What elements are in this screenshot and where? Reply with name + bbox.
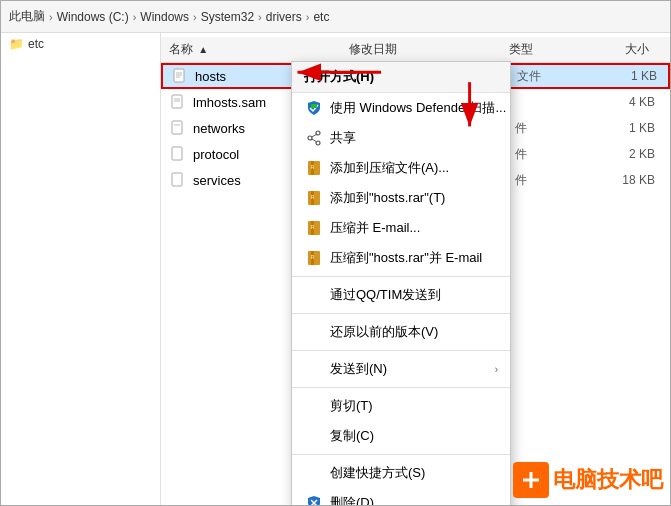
svg-text:R: R <box>311 194 315 200</box>
menu-item-compress-rar-email[interactable]: R 压缩到"hosts.rar"并 E-mail <box>292 243 510 273</box>
restore-icon <box>304 324 324 340</box>
menu-item-share-label: 共享 <box>330 129 356 147</box>
menu-item-copy-label: 复制(C) <box>330 427 374 445</box>
qq-icon <box>304 287 324 303</box>
file-size-lmhosts: 4 KB <box>595 95 655 109</box>
watermark-text: 电脑技术吧 <box>553 465 663 495</box>
send-to-icon <box>304 361 324 377</box>
file-icon-protocol <box>169 145 187 163</box>
menu-item-compress-hosts-rar-label: 添加到"hosts.rar"(T) <box>330 189 445 207</box>
file-icon-hosts <box>171 67 189 85</box>
menu-item-delete-label: 删除(D) <box>330 494 374 505</box>
sidebar: 📁 etc <box>1 33 161 505</box>
svg-rect-4 <box>172 95 182 108</box>
file-type-protocol: 件 <box>515 146 595 163</box>
menu-item-cut[interactable]: 剪切(T) <box>292 391 510 421</box>
svg-point-12 <box>316 131 320 135</box>
breadcrumb-part-5[interactable]: etc <box>313 10 329 24</box>
svg-line-16 <box>312 139 316 142</box>
file-size-services: 18 KB <box>595 173 655 187</box>
delete-shield-icon <box>304 495 324 505</box>
menu-item-create-shortcut[interactable]: 创建快捷方式(S) <box>292 458 510 488</box>
submenu-arrow: › <box>495 364 498 375</box>
file-size-hosts: 1 KB <box>597 69 657 83</box>
context-menu: 打开方式(H) 使用 Windows Defender扫描... <box>291 61 511 505</box>
watermark: 电脑技术吧 <box>513 462 663 498</box>
col-header-name[interactable]: 名称 ▲ <box>169 41 349 58</box>
svg-point-13 <box>308 136 312 140</box>
menu-item-send-to-label: 发送到(N) <box>330 360 387 378</box>
breadcrumb-part-0[interactable]: 此电脑 <box>9 8 45 25</box>
svg-rect-7 <box>172 121 182 134</box>
column-headers: 名称 ▲ 修改日期 类型 大小 <box>161 37 670 63</box>
file-icon-lmhosts <box>169 93 187 111</box>
copy-icon <box>304 428 324 444</box>
share-icon <box>304 130 324 146</box>
menu-item-restore[interactable]: 还原以前的版本(V) <box>292 317 510 347</box>
rar-icon-3: R <box>304 220 324 236</box>
file-icon-networks <box>169 119 187 137</box>
menu-item-share[interactable]: 共享 <box>292 123 510 153</box>
svg-rect-0 <box>174 69 184 82</box>
menu-item-create-shortcut-label: 创建快捷方式(S) <box>330 464 425 482</box>
menu-item-defender-label: 使用 Windows Defender扫描... <box>330 99 506 117</box>
file-size-networks: 1 KB <box>595 121 655 135</box>
col-header-type[interactable]: 类型 <box>509 41 589 58</box>
shortcut-icon <box>304 465 324 481</box>
explorer-window: 此电脑 › Windows (C:) › Windows › System32 … <box>0 0 671 506</box>
watermark-icon <box>513 462 549 498</box>
context-menu-title[interactable]: 打开方式(H) <box>292 62 510 93</box>
breadcrumb-part-4[interactable]: drivers <box>266 10 302 24</box>
file-list: 名称 ▲ 修改日期 类型 大小 hosts 2017- <box>161 33 670 505</box>
menu-divider-1 <box>292 276 510 277</box>
svg-rect-11 <box>311 104 317 108</box>
svg-rect-10 <box>172 173 182 186</box>
menu-divider-5 <box>292 454 510 455</box>
menu-item-send-qq-label: 通过QQ/TIM发送到 <box>330 286 441 304</box>
menu-item-compress-email[interactable]: R 压缩并 E-mail... <box>292 213 510 243</box>
menu-item-restore-label: 还原以前的版本(V) <box>330 323 438 341</box>
menu-item-compress-email-label: 压缩并 E-mail... <box>330 219 420 237</box>
breadcrumb-part-2[interactable]: Windows <box>140 10 189 24</box>
svg-rect-9 <box>172 147 182 160</box>
menu-item-compress-add[interactable]: R 添加到压缩文件(A)... <box>292 153 510 183</box>
menu-item-copy[interactable]: 复制(C) <box>292 421 510 451</box>
menu-item-defender[interactable]: 使用 Windows Defender扫描... <box>292 93 510 123</box>
menu-item-send-to[interactable]: 发送到(N) › <box>292 354 510 384</box>
menu-divider-3 <box>292 350 510 351</box>
file-size-protocol: 2 KB <box>595 147 655 161</box>
rar-icon-4: R <box>304 250 324 266</box>
defender-icon <box>304 100 324 116</box>
menu-item-compress-add-label: 添加到压缩文件(A)... <box>330 159 449 177</box>
col-header-date[interactable]: 修改日期 <box>349 41 509 58</box>
main-area: 📁 etc 名称 ▲ 修改日期 类型 大小 <box>1 33 670 505</box>
svg-text:R: R <box>311 164 315 170</box>
menu-item-cut-label: 剪切(T) <box>330 397 373 415</box>
menu-divider-4 <box>292 387 510 388</box>
file-icon-services <box>169 171 187 189</box>
svg-text:R: R <box>311 224 315 230</box>
breadcrumb: 此电脑 › Windows (C:) › Windows › System32 … <box>1 1 670 33</box>
file-type-services: 件 <box>515 172 595 189</box>
breadcrumb-part-3[interactable]: System32 <box>201 10 254 24</box>
breadcrumb-part-1[interactable]: Windows (C:) <box>57 10 129 24</box>
menu-divider-2 <box>292 313 510 314</box>
menu-item-compress-hosts-rar[interactable]: R 添加到"hosts.rar"(T) <box>292 183 510 213</box>
rar-icon-1: R <box>304 160 324 176</box>
file-type-hosts: 文件 <box>517 68 597 85</box>
svg-point-14 <box>316 141 320 145</box>
svg-line-15 <box>312 135 316 138</box>
col-header-size[interactable]: 大小 <box>589 41 649 58</box>
menu-item-delete[interactable]: 删除(D) <box>292 488 510 505</box>
rar-icon-2: R <box>304 190 324 206</box>
sidebar-item-etc[interactable]: 📁 etc <box>1 33 160 55</box>
cut-icon <box>304 398 324 414</box>
svg-text:R: R <box>311 254 315 260</box>
menu-item-send-qq[interactable]: 通过QQ/TIM发送到 <box>292 280 510 310</box>
menu-item-compress-rar-email-label: 压缩到"hosts.rar"并 E-mail <box>330 249 482 267</box>
file-type-networks: 件 <box>515 120 595 137</box>
